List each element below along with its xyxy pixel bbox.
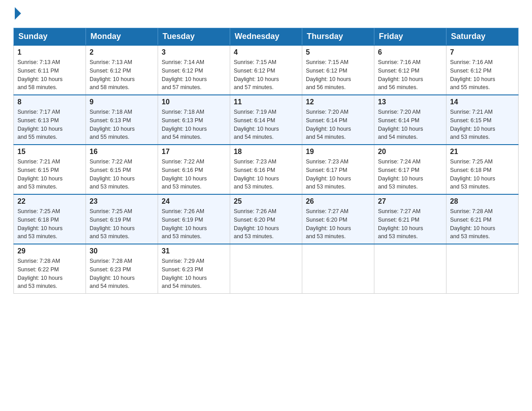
week-row-2: 8Sunrise: 7:17 AMSunset: 6:13 PMDaylight… [14, 95, 519, 145]
calendar-cell [374, 244, 446, 294]
day-number: 15 [17, 148, 82, 156]
calendar-cell: 20Sunrise: 7:24 AMSunset: 6:17 PMDayligh… [374, 145, 446, 194]
calendar-cell: 21Sunrise: 7:25 AMSunset: 6:18 PMDayligh… [446, 145, 519, 194]
logo [13, 9, 21, 20]
day-number: 28 [450, 197, 515, 206]
calendar-cell: 23Sunrise: 7:25 AMSunset: 6:19 PMDayligh… [86, 194, 158, 244]
calendar-cell: 17Sunrise: 7:22 AMSunset: 6:16 PMDayligh… [158, 145, 230, 194]
calendar-table: SundayMondayTuesdayWednesdayThursdayFrid… [13, 28, 519, 294]
day-info: Sunrise: 7:16 AMSunset: 6:12 PMDaylight:… [450, 58, 515, 92]
calendar-cell: 7Sunrise: 7:16 AMSunset: 6:12 PMDaylight… [446, 45, 519, 95]
calendar-cell [302, 244, 374, 294]
day-number: 6 [378, 48, 442, 56]
day-number: 25 [234, 197, 298, 206]
calendar-cell: 1Sunrise: 7:13 AMSunset: 6:11 PMDaylight… [14, 45, 86, 95]
day-info: Sunrise: 7:21 AMSunset: 6:15 PMDaylight:… [450, 108, 515, 141]
calendar-cell: 15Sunrise: 7:21 AMSunset: 6:15 PMDayligh… [14, 145, 86, 194]
calendar-cell: 22Sunrise: 7:25 AMSunset: 6:18 PMDayligh… [14, 194, 86, 244]
col-header-wednesday: Wednesday [230, 28, 302, 46]
day-number: 21 [450, 148, 515, 156]
day-number: 11 [234, 98, 298, 106]
day-info: Sunrise: 7:21 AMSunset: 6:15 PMDaylight:… [17, 158, 82, 191]
calendar-cell: 6Sunrise: 7:16 AMSunset: 6:12 PMDaylight… [374, 45, 446, 95]
day-info: Sunrise: 7:13 AMSunset: 6:11 PMDaylight:… [17, 58, 82, 92]
day-number: 10 [162, 98, 226, 106]
calendar-cell: 30Sunrise: 7:28 AMSunset: 6:23 PMDayligh… [86, 244, 158, 294]
day-number: 13 [378, 98, 442, 106]
day-info: Sunrise: 7:25 AMSunset: 6:18 PMDaylight:… [17, 207, 82, 241]
week-row-3: 15Sunrise: 7:21 AMSunset: 6:15 PMDayligh… [14, 145, 519, 194]
calendar-cell: 5Sunrise: 7:15 AMSunset: 6:12 PMDaylight… [302, 45, 374, 95]
day-info: Sunrise: 7:28 AMSunset: 6:23 PMDaylight:… [90, 257, 154, 291]
calendar-cell: 14Sunrise: 7:21 AMSunset: 6:15 PMDayligh… [446, 95, 519, 145]
day-number: 4 [234, 48, 298, 56]
day-number: 31 [162, 247, 226, 255]
day-number: 30 [90, 247, 154, 255]
day-info: Sunrise: 7:13 AMSunset: 6:12 PMDaylight:… [90, 58, 154, 92]
calendar-cell: 2Sunrise: 7:13 AMSunset: 6:12 PMDaylight… [86, 45, 158, 95]
day-info: Sunrise: 7:25 AMSunset: 6:19 PMDaylight:… [90, 207, 154, 241]
day-info: Sunrise: 7:18 AMSunset: 6:13 PMDaylight:… [90, 108, 154, 141]
calendar-cell: 13Sunrise: 7:20 AMSunset: 6:14 PMDayligh… [374, 95, 446, 145]
day-info: Sunrise: 7:27 AMSunset: 6:20 PMDaylight:… [306, 207, 370, 241]
day-info: Sunrise: 7:22 AMSunset: 6:15 PMDaylight:… [90, 158, 154, 191]
day-info: Sunrise: 7:20 AMSunset: 6:14 PMDaylight:… [306, 108, 370, 141]
week-row-4: 22Sunrise: 7:25 AMSunset: 6:18 PMDayligh… [14, 194, 519, 244]
day-number: 16 [90, 148, 154, 156]
day-number: 19 [306, 148, 370, 156]
col-header-tuesday: Tuesday [158, 28, 230, 46]
calendar-cell: 27Sunrise: 7:27 AMSunset: 6:21 PMDayligh… [374, 194, 446, 244]
day-number: 17 [162, 148, 226, 156]
day-number: 7 [450, 48, 515, 56]
day-number: 24 [162, 197, 226, 206]
day-info: Sunrise: 7:14 AMSunset: 6:12 PMDaylight:… [162, 58, 226, 92]
day-info: Sunrise: 7:18 AMSunset: 6:13 PMDaylight:… [162, 108, 226, 141]
calendar-cell: 26Sunrise: 7:27 AMSunset: 6:20 PMDayligh… [302, 194, 374, 244]
calendar-cell: 12Sunrise: 7:20 AMSunset: 6:14 PMDayligh… [302, 95, 374, 145]
day-info: Sunrise: 7:23 AMSunset: 6:16 PMDaylight:… [234, 158, 298, 191]
logo-arrow-icon [15, 7, 21, 20]
day-info: Sunrise: 7:28 AMSunset: 6:22 PMDaylight:… [17, 257, 82, 291]
calendar-cell: 11Sunrise: 7:19 AMSunset: 6:14 PMDayligh… [230, 95, 302, 145]
day-info: Sunrise: 7:24 AMSunset: 6:17 PMDaylight:… [378, 158, 442, 191]
day-number: 1 [17, 48, 82, 56]
page-header [13, 9, 519, 20]
calendar-cell: 31Sunrise: 7:29 AMSunset: 6:23 PMDayligh… [158, 244, 230, 294]
day-number: 29 [17, 247, 82, 255]
calendar-cell: 3Sunrise: 7:14 AMSunset: 6:12 PMDaylight… [158, 45, 230, 95]
day-info: Sunrise: 7:28 AMSunset: 6:21 PMDaylight:… [450, 207, 515, 241]
calendar-cell [446, 244, 519, 294]
day-info: Sunrise: 7:17 AMSunset: 6:13 PMDaylight:… [17, 108, 82, 141]
day-number: 14 [450, 98, 515, 106]
col-header-saturday: Saturday [446, 28, 519, 46]
day-number: 9 [90, 98, 154, 106]
calendar-cell: 10Sunrise: 7:18 AMSunset: 6:13 PMDayligh… [158, 95, 230, 145]
day-info: Sunrise: 7:23 AMSunset: 6:17 PMDaylight:… [306, 158, 370, 191]
day-number: 20 [378, 148, 442, 156]
col-header-thursday: Thursday [302, 28, 374, 46]
calendar-cell: 9Sunrise: 7:18 AMSunset: 6:13 PMDaylight… [86, 95, 158, 145]
day-number: 26 [306, 197, 370, 206]
week-row-1: 1Sunrise: 7:13 AMSunset: 6:11 PMDaylight… [14, 45, 519, 95]
col-header-friday: Friday [374, 28, 446, 46]
day-number: 12 [306, 98, 370, 106]
calendar-cell: 19Sunrise: 7:23 AMSunset: 6:17 PMDayligh… [302, 145, 374, 194]
calendar-cell [230, 244, 302, 294]
week-row-5: 29Sunrise: 7:28 AMSunset: 6:22 PMDayligh… [14, 244, 519, 294]
col-header-monday: Monday [86, 28, 158, 46]
calendar-header-row: SundayMondayTuesdayWednesdayThursdayFrid… [14, 28, 519, 46]
day-info: Sunrise: 7:27 AMSunset: 6:21 PMDaylight:… [378, 207, 442, 241]
day-info: Sunrise: 7:19 AMSunset: 6:14 PMDaylight:… [234, 108, 298, 141]
calendar-cell: 24Sunrise: 7:26 AMSunset: 6:19 PMDayligh… [158, 194, 230, 244]
day-number: 3 [162, 48, 226, 56]
calendar-cell: 18Sunrise: 7:23 AMSunset: 6:16 PMDayligh… [230, 145, 302, 194]
day-number: 8 [17, 98, 82, 106]
day-info: Sunrise: 7:29 AMSunset: 6:23 PMDaylight:… [162, 257, 226, 291]
day-info: Sunrise: 7:26 AMSunset: 6:20 PMDaylight:… [234, 207, 298, 241]
calendar-cell: 29Sunrise: 7:28 AMSunset: 6:22 PMDayligh… [14, 244, 86, 294]
calendar-cell: 16Sunrise: 7:22 AMSunset: 6:15 PMDayligh… [86, 145, 158, 194]
calendar-cell: 4Sunrise: 7:15 AMSunset: 6:12 PMDaylight… [230, 45, 302, 95]
calendar-cell: 8Sunrise: 7:17 AMSunset: 6:13 PMDaylight… [14, 95, 86, 145]
day-number: 27 [378, 197, 442, 206]
day-info: Sunrise: 7:26 AMSunset: 6:19 PMDaylight:… [162, 207, 226, 241]
